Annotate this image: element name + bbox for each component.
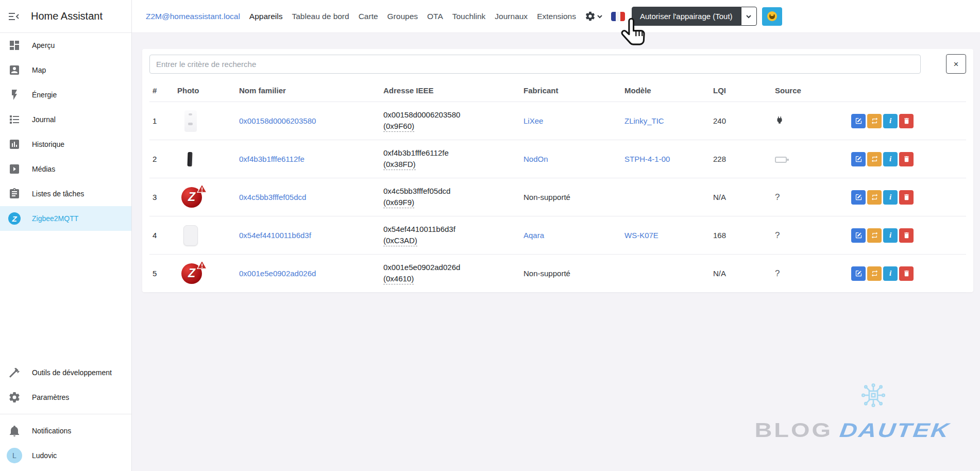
nav-tab-touchlink[interactable]: Touchlink [448,12,491,21]
z2m-brand-link[interactable]: Z2M@homeassistant.local [146,12,240,21]
remove-device-button[interactable] [899,228,914,243]
power-source-battery-icon [775,157,787,163]
remove-device-button[interactable] [899,266,914,281]
nav-tab-carte[interactable]: Carte [354,12,383,21]
nav-tab-appareils[interactable]: Appareils [245,12,288,21]
vendor-link[interactable]: Aqara [523,231,544,240]
sidebar-item-map[interactable]: Map [0,58,131,82]
device-info-button[interactable]: i [883,114,898,128]
device-info-button[interactable]: i [883,228,898,243]
rename-edit-icon [855,193,863,201]
device-info-button[interactable]: i [883,266,898,281]
device-photo[interactable] [188,152,193,166]
sidebar-toggle-icon[interactable] [8,10,20,23]
page-content: × # Photo Nom familier Adresse IEEE Fabr… [132,33,980,471]
vendor-unsupported: Non-supporté [523,193,570,201]
row-actions: i [851,190,962,205]
power-source-unknown: ? [775,268,780,278]
nav-tab-extensions[interactable]: Extensions [532,12,581,21]
sidebar-item-user[interactable]: L Ludovic [0,443,131,468]
device-photo-z2m-logo[interactable]: Z [181,263,202,284]
sidebar-item-listes-de-taches[interactable]: Listes de tâches [0,181,131,206]
device-name-link[interactable]: 0x4c5bb3fffef05dcd [239,193,306,201]
reconfigure-repeat-icon [871,117,878,125]
sidebar-item-apercu[interactable]: Aperçu [0,33,131,58]
sidebar-item-historique[interactable]: Historique [0,132,131,157]
model-link[interactable]: STPH-4-1-00 [624,155,670,163]
device-photo[interactable] [183,225,198,246]
reconfigure-device-button[interactable] [867,152,882,166]
blog-dautek-watermark: BLOG DAUTEK [754,416,950,444]
reconfigure-device-button[interactable] [867,114,882,128]
col-header-photo: Photo [174,79,236,102]
permit-join-dropdown-toggle[interactable] [741,7,757,26]
power-source-plug-icon [775,115,784,125]
rename-edit-icon [855,231,863,239]
settings-gear-icon [585,11,596,22]
french-flag-icon[interactable] [611,12,625,21]
power-source-unknown: ? [775,192,780,202]
table-header-row: # Photo Nom familier Adresse IEEE Fabric… [149,79,966,102]
rename-edit-icon [855,270,863,277]
permit-join-button[interactable]: Autoriser l'appairage (Tout) [632,7,741,26]
device-info-button[interactable]: i [883,152,898,166]
sidebar-item-parametres[interactable]: Paramètres [0,385,131,410]
model-link[interactable]: WS-K07E [624,231,658,240]
device-info-button[interactable]: i [883,190,898,205]
remove-device-button[interactable] [899,114,914,128]
remove-trash-icon [903,270,910,277]
remove-trash-icon [903,117,910,125]
settings-gear-dropdown[interactable] [585,11,603,22]
rename-device-button[interactable] [851,266,866,281]
table-row: 3 Z 0x4c5bb3fffef05dcd 0x4c5bb3fffef05dc… [149,178,966,216]
info-icon: i [889,116,891,125]
lqi-value: N/A [710,255,772,293]
row-number: 1 [149,102,174,140]
reconfigure-device-button[interactable] [867,190,882,205]
device-photo[interactable] [184,110,197,132]
device-photo-z2m-logo[interactable]: Z [181,187,202,208]
rename-device-button[interactable] [851,114,866,128]
rename-device-button[interactable] [851,190,866,205]
device-name-link[interactable]: 0xf4b3b1fffe6112fe [239,155,305,163]
rename-device-button[interactable] [851,228,866,243]
sidebar-item-outils-developpement[interactable]: Outils de développement [0,360,131,385]
table-row: 4 0x54ef4410011b6d3f 0x54ef4410011b6d3f(… [149,216,966,255]
remove-device-button[interactable] [899,190,914,205]
rename-device-button[interactable] [851,152,866,166]
sidebar-item-journal[interactable]: Journal [0,107,131,132]
sidebar-item-notifications[interactable]: Notifications [0,418,131,443]
device-name-link[interactable]: 0x001e5e0902ad026d [239,269,316,278]
nav-tab-tableau-de-bord[interactable]: Tableau de bord [287,12,353,21]
remove-device-button[interactable] [899,152,914,166]
devices-table: # Photo Nom familier Adresse IEEE Fabric… [149,79,966,293]
reconfigure-device-button[interactable] [867,266,882,281]
model-link[interactable]: ZLinky_TIC [624,116,664,125]
vendor-link[interactable]: LiXee [523,116,543,125]
col-header-source: Source [772,79,848,102]
watermark-blog-text: BLOG [754,418,833,442]
watermark-dautek-text: DAUTEK [838,418,952,442]
sidebar-item-energie[interactable]: Énergie [0,82,131,107]
device-name-link[interactable]: 0x54ef4410011b6d3f [239,231,311,240]
vendor-link[interactable]: NodOn [523,155,548,163]
nav-tab-ota[interactable]: OTA [423,12,448,21]
theme-emoji-button[interactable] [762,7,782,26]
nav-tab-groupes[interactable]: Groupes [383,12,423,21]
lqi-value: 168 [710,216,772,255]
ieee-address: 0x54ef4410011b6d3f(0xC3AD) [380,216,520,255]
sidebar-item-medias[interactable]: Médias [0,157,131,181]
z2m-navbar: Z2M@homeassistant.local Appareils Tablea… [132,0,980,33]
search-input[interactable] [149,55,921,74]
zigbee2mqtt-logo-icon: Z [8,212,21,225]
sidebar-item-zigbee2mqtt[interactable]: Z Zigbee2MQTT [0,206,131,231]
reconfigure-device-button[interactable] [867,228,882,243]
info-icon: i [889,193,891,201]
nav-tab-journaux[interactable]: Journaux [490,12,532,21]
rename-edit-icon [855,155,863,163]
clear-search-button[interactable]: × [946,54,966,74]
row-number: 4 [149,216,174,255]
device-name-link[interactable]: 0x00158d0006203580 [239,116,316,125]
col-header-nom-familier: Nom familier [236,79,380,102]
info-icon: i [889,231,891,240]
